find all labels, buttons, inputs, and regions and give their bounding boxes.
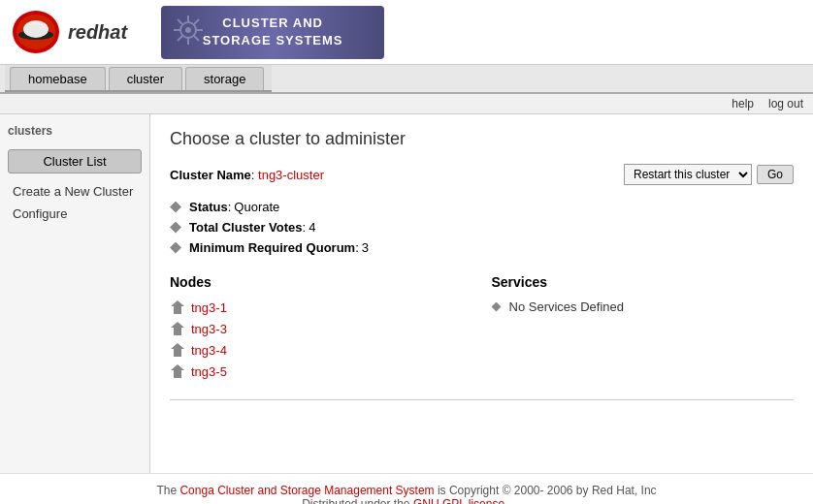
svg-point-7 [185, 27, 191, 33]
services-column: Services No Services Defined [492, 274, 795, 385]
conga-link[interactable]: Conga Cluster and Storage Management Sys… [179, 484, 434, 497]
node-icon-tng3-4 [170, 342, 185, 358]
header: redhat CLUSTER AND STORAGE SYSTEMS [0, 0, 813, 65]
nav-tab-cluster[interactable]: cluster [109, 67, 182, 90]
nodes-column: Nodes tng3-1 tng3-3 tng3-4 tng3-5 [170, 274, 472, 385]
status-row: Status: Quorate [170, 200, 794, 214]
cluster-bar: Cluster Name: tng3-cluster Restart this … [170, 164, 794, 185]
util-bar: help log out [0, 94, 813, 114]
info-section: Status: Quorate Total Cluster Votes: 4 M… [170, 200, 794, 255]
banner-title: CLUSTER AND STORAGE SYSTEMS [203, 15, 343, 49]
services-title: Services [492, 274, 795, 290]
no-services-text: No Services Defined [509, 299, 625, 314]
svg-line-12 [178, 19, 182, 24]
nodes-services-columns: Nodes tng3-1 tng3-3 tng3-4 tng3-5 [170, 274, 794, 385]
node-row: tng3-1 [170, 299, 472, 315]
sidebar-title: clusters [8, 124, 142, 142]
main-layout: clusters Cluster List Create a New Clust… [0, 114, 813, 473]
svg-line-13 [194, 36, 199, 41]
redhat-brand-text: redhat [68, 21, 127, 44]
cluster-name-value: tng3-cluster [258, 168, 324, 182]
status-label: Status [189, 200, 228, 214]
quorum-bullet-icon [170, 242, 181, 254]
logout-link[interactable]: log out [768, 97, 803, 110]
status-value: Quorate [234, 200, 279, 214]
votes-row: Total Cluster Votes: 4 [170, 220, 794, 235]
go-button[interactable]: Go [757, 165, 794, 184]
node-link-tng3-3[interactable]: tng3-3 [191, 322, 227, 336]
node-link-tng3-4[interactable]: tng3-4 [191, 343, 227, 358]
sidebar: clusters Cluster List Create a New Clust… [0, 114, 150, 473]
votes-bullet-icon [170, 222, 181, 234]
svg-marker-18 [171, 343, 184, 357]
footer-line1: The Conga Cluster and Storage Management… [10, 484, 803, 497]
quorum-row: Minimum Required Quorum: 3 [170, 240, 794, 255]
node-link-tng3-5[interactable]: tng3-5 [191, 364, 227, 379]
redhat-logo-icon [10, 8, 63, 56]
restart-area: Restart this clusterStop this clusterSta… [624, 164, 794, 185]
content-area: Choose a cluster to administer Cluster N… [150, 114, 813, 473]
svg-marker-16 [171, 300, 184, 314]
node-row: tng3-4 [170, 342, 472, 358]
svg-line-14 [194, 19, 199, 24]
node-row: tng3-5 [170, 363, 472, 379]
node-icon-tng3-3 [170, 321, 185, 336]
restart-select[interactable]: Restart this clusterStop this clusterSta… [624, 164, 752, 185]
no-services-row: No Services Defined [492, 299, 795, 314]
logo-area: redhat [0, 8, 142, 56]
nodes-title: Nodes [170, 274, 472, 290]
quorum-label: Minimum Required Quorum [189, 240, 355, 255]
cluster-name-label: Cluster Name [170, 168, 251, 182]
svg-point-5 [23, 20, 49, 38]
page-title: Choose a cluster to administer [170, 129, 794, 149]
footer-line2: Distributed under the GNU GPL license . [10, 497, 803, 504]
configure-link[interactable]: Configure [8, 204, 142, 224]
content-divider [170, 399, 794, 400]
votes-label: Total Cluster Votes [189, 220, 303, 235]
gpl-link[interactable]: GNU GPL license [413, 497, 504, 504]
node-icon-tng3-1 [170, 299, 185, 315]
footer: The Conga Cluster and Storage Management… [0, 473, 813, 504]
help-link[interactable]: help [732, 97, 754, 110]
nav-tab-storage[interactable]: storage [185, 67, 264, 90]
svg-marker-17 [171, 322, 184, 335]
node-row: tng3-3 [170, 321, 472, 336]
gear-decoration-icon [169, 11, 208, 49]
banner-area: CLUSTER AND STORAGE SYSTEMS [161, 6, 384, 59]
quorum-value: 3 [362, 240, 369, 255]
node-link-tng3-1[interactable]: tng3-1 [191, 300, 227, 315]
votes-value: 4 [309, 220, 315, 235]
service-bullet-icon [492, 302, 502, 312]
status-bullet-icon [170, 202, 181, 213]
navbar: homebase cluster storage [0, 65, 813, 94]
svg-marker-19 [171, 364, 184, 378]
svg-line-15 [178, 36, 182, 41]
create-cluster-link[interactable]: Create a New Cluster [8, 181, 142, 202]
cluster-list-button[interactable]: Cluster List [8, 149, 142, 173]
node-icon-tng3-5 [170, 363, 185, 379]
nav-tab-homebase[interactable]: homebase [10, 67, 106, 90]
